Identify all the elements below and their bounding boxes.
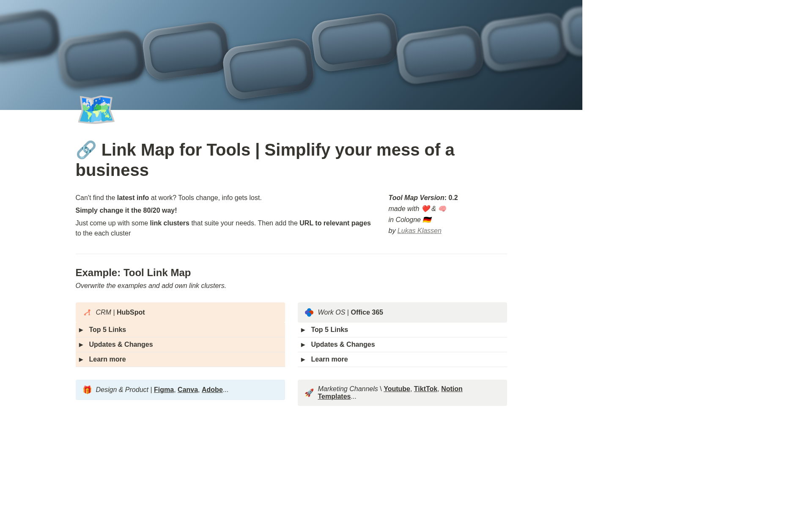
svg-point-1 (84, 314, 85, 315)
chevron-right-icon: ▶ (301, 327, 308, 333)
intro-line3-bold1: link clusters (150, 219, 189, 227)
intro-line3-post: to the each cluster (76, 230, 131, 237)
cluster-design: 🎁 Design & Product | Figma, Canva, Adobe… (76, 380, 285, 406)
toggle-label: Top 5 Links (311, 326, 348, 334)
intro-line3-bold2: URL to relevant pages (299, 219, 371, 227)
cluster-crm: CRM | HubSpot ▶ Top 5 Links ▶ Updates & … (76, 302, 285, 367)
svg-point-0 (88, 310, 90, 312)
cluster-header-design[interactable]: 🎁 Design & Product | Figma, Canva, Adobe… (76, 380, 285, 400)
intro-line1-pre: Can't find the (76, 194, 117, 201)
cluster-category-design: Design & Product (96, 386, 149, 393)
meta-info[interactable]: Tool Map Version: 0.2 made with ❤️ & 🧠 i… (389, 193, 507, 241)
toggle-crm-top5[interactable]: ▶ Top 5 Links (76, 323, 285, 337)
intro-text[interactable]: Can't find the latest info at work? Tool… (76, 193, 372, 241)
intro-line3-mid: that suite your needs. Then add the (189, 219, 299, 227)
intro-line1-post: at work? Tools change, info gets lost. (149, 194, 262, 201)
chevron-right-icon: ▶ (79, 342, 86, 348)
hubspot-icon (82, 308, 92, 317)
cluster-header-crm[interactable]: CRM | HubSpot (76, 302, 285, 323)
marketing-ellipsis: ... (351, 393, 356, 400)
toggle-label: Top 5 Links (89, 326, 126, 334)
gift-icon: 🎁 (82, 385, 92, 395)
cluster-header-marketing[interactable]: 🚀 Marketing Channels \ Youtube, TiktTok,… (298, 380, 507, 406)
cluster-category-crm: CRM (96, 309, 111, 316)
cluster-header-workos[interactable]: Work OS | Office 365 (298, 302, 507, 323)
toggle-label: Learn more (311, 356, 348, 363)
cluster-category-workos: Work OS (318, 309, 346, 316)
design-link-figma[interactable]: Figma (154, 386, 174, 393)
design-link-adobe[interactable]: Adobe (202, 386, 223, 393)
design-link-canva[interactable]: Canva (178, 386, 198, 393)
chevron-right-icon: ▶ (79, 327, 86, 333)
rocket-icon: 🚀 (304, 388, 314, 397)
marketing-link-tiktok[interactable]: TiktTok (414, 385, 437, 392)
title-text: Link Map for Tools | Simplify your mess … (76, 140, 455, 179)
svg-point-2 (88, 314, 90, 315)
by-label: by (389, 227, 398, 234)
divider (76, 254, 507, 254)
toggle-workos-top5[interactable]: ▶ Top 5 Links (298, 323, 507, 337)
toggle-workos-learn[interactable]: ▶ Learn more (298, 352, 507, 367)
intro-line2: Simply change it the 80/20 way! (76, 207, 177, 214)
title-link-icon: 🔗 (76, 140, 97, 159)
example-section-subtitle[interactable]: Overwrite the examples and add own link … (76, 282, 507, 290)
cluster-marketing: 🚀 Marketing Channels \ Youtube, TiktTok,… (298, 380, 507, 406)
page-icon[interactable]: 🗺️ (76, 93, 117, 126)
version-value: 0.2 (448, 194, 458, 201)
intro-line3-pre: Just come up with some (76, 219, 150, 227)
example-section-title[interactable]: Example: Tool Link Map (76, 267, 507, 279)
office365-icon (304, 308, 314, 317)
author-link[interactable]: Lukas Klassen (398, 227, 442, 234)
toggle-label: Learn more (89, 356, 126, 363)
toggle-label: Updates & Changes (311, 341, 375, 348)
cluster-name-crm: HubSpot (117, 309, 145, 316)
design-ellipsis: ... (223, 386, 228, 393)
toggle-workos-updates[interactable]: ▶ Updates & Changes (298, 337, 507, 352)
toggle-crm-updates[interactable]: ▶ Updates & Changes (76, 337, 285, 352)
made-with: made with ❤️ & 🧠 (389, 205, 447, 212)
cluster-name-workos: Office 365 (351, 309, 383, 316)
chevron-right-icon: ▶ (301, 342, 308, 348)
intro-line1-bold: latest info (117, 194, 149, 201)
marketing-link-youtube[interactable]: Youtube (384, 385, 410, 392)
page-title[interactable]: 🔗 Link Map for Tools | Simplify your mes… (76, 110, 507, 180)
location: in Cologne 🇩🇪 (389, 216, 431, 223)
toggle-crm-learn[interactable]: ▶ Learn more (76, 352, 285, 367)
toggle-label: Updates & Changes (89, 341, 153, 348)
chevron-right-icon: ▶ (79, 356, 86, 362)
chevron-right-icon: ▶ (301, 356, 308, 362)
cluster-category-marketing: Marketing Channels (318, 385, 378, 392)
version-label: Tool Map Version (389, 194, 444, 201)
cluster-workos: Work OS | Office 365 ▶ Top 5 Links ▶ Upd… (298, 302, 507, 367)
